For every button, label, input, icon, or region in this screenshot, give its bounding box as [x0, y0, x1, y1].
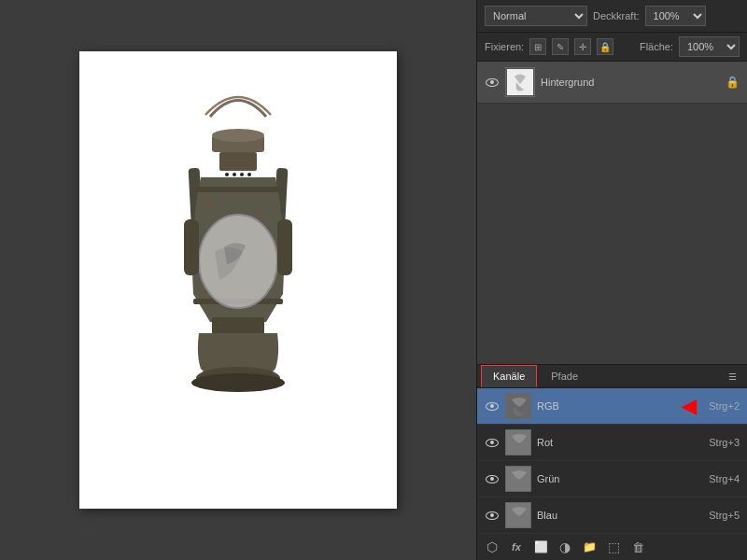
channel-rgb-visibility[interactable] — [485, 399, 500, 413]
channel-blau-visibility[interactable] — [485, 508, 500, 523]
channel-gruen-visibility[interactable] — [485, 471, 500, 486]
fill-label: Fläche: — [640, 41, 673, 52]
channel-blau-name: Blau — [537, 510, 703, 521]
new-channel-btn[interactable]: ◑ — [556, 538, 574, 556]
lock-brush-btn[interactable]: ✎ — [552, 38, 569, 55]
svg-point-16 — [191, 373, 285, 392]
svg-point-6 — [240, 173, 244, 176]
eye-icon — [486, 511, 499, 520]
svg-rect-14 — [212, 317, 264, 334]
eye-icon — [486, 402, 499, 411]
layer-blend-row: Normal Deckkraft: 100% — [477, 0, 747, 33]
layer-thumbnail — [505, 67, 535, 97]
svg-point-5 — [233, 173, 236, 176]
canvas-area — [0, 0, 476, 560]
channel-blau[interactable]: Blau Strg+5 — [477, 497, 747, 534]
channel-to-selection-btn[interactable]: ⬡ — [483, 538, 501, 556]
channel-toolbar: ⬡ fx ⬜ ◑ 📁 ⬚ 🗑 — [477, 534, 747, 560]
channel-blau-thumb — [505, 502, 531, 528]
layers-panel: Hintergrund 🔒 — [477, 62, 747, 364]
channel-gruen-thumb — [505, 466, 531, 492]
opacity-select[interactable]: 100% — [645, 6, 706, 26]
channel-rgb-thumb — [505, 393, 531, 419]
new-channel-add-btn[interactable]: ⬚ — [604, 538, 623, 556]
channel-rot-name: Rot — [537, 437, 703, 448]
lock-icon: 🔒 — [726, 76, 740, 89]
fill-select[interactable]: 100% — [679, 36, 740, 57]
delete-channel-btn[interactable]: 🗑 — [628, 538, 647, 556]
tab-kanale[interactable]: Kanäle — [481, 365, 537, 387]
svg-rect-18 — [277, 219, 292, 275]
layer-hintergrund[interactable]: Hintergrund 🔒 — [477, 62, 747, 104]
tab-icons: ☰ — [721, 367, 743, 385]
channels-list: RGB ◀ Strg+2 Rot Strg+3 — [477, 388, 747, 534]
channel-rot-visibility[interactable] — [485, 435, 500, 450]
channel-blau-shortcut: Strg+5 — [709, 510, 740, 521]
svg-point-2 — [212, 129, 264, 142]
eye-icon — [486, 439, 499, 447]
lock-move-btn[interactable]: ✛ — [574, 38, 591, 55]
eye-icon — [486, 78, 499, 87]
svg-point-7 — [247, 173, 251, 176]
channel-gruen[interactable]: Grün Strg+4 — [477, 461, 747, 497]
channel-group-btn[interactable]: 📁 — [580, 538, 599, 556]
visibility-toggle[interactable] — [485, 75, 500, 90]
svg-rect-10 — [194, 187, 282, 192]
tab-pfade[interactable]: Pfade — [539, 365, 590, 387]
new-channel-fill-btn[interactable]: ⬜ — [531, 538, 550, 556]
svg-rect-17 — [184, 219, 199, 275]
panel-menu-btn[interactable]: ☰ — [725, 369, 740, 384]
channel-gruen-name: Grün — [537, 473, 703, 484]
svg-point-4 — [225, 173, 229, 176]
channel-rot-shortcut: Strg+3 — [709, 437, 740, 448]
opacity-label: Deckkraft: — [593, 10, 640, 21]
fx-btn[interactable]: fx — [507, 538, 526, 556]
fix-label: Fixieren: — [485, 41, 524, 52]
fix-row: Fixieren: ⊞ ✎ ✛ 🔒 Fläche: 100% — [477, 33, 747, 62]
channel-rot-thumb — [505, 429, 531, 455]
channel-rgb[interactable]: RGB ◀ Strg+2 — [477, 388, 747, 425]
canvas-wrapper — [79, 51, 397, 509]
right-panel: Normal Deckkraft: 100% Fixieren: ⊞ ✎ ✛ 🔒… — [476, 0, 747, 560]
arrow-indicator: ◀ — [682, 395, 696, 417]
blend-mode-select[interactable]: Normal — [485, 6, 587, 26]
lock-all-btn[interactable]: 🔒 — [597, 38, 613, 55]
eye-icon — [486, 475, 499, 483]
tabs-bar: Kanäle Pfade ☰ — [477, 365, 747, 388]
channel-rgb-shortcut: Strg+2 — [709, 400, 740, 412]
channel-rot[interactable]: Rot Strg+3 — [477, 425, 747, 461]
channel-gruen-shortcut: Strg+4 — [709, 473, 740, 484]
bottom-panel: Kanäle Pfade ☰ — [477, 364, 747, 560]
svg-rect-3 — [219, 152, 257, 171]
lantern-image — [117, 70, 359, 490]
layer-name: Hintergrund — [541, 77, 720, 88]
channel-rgb-name: RGB — [537, 400, 676, 412]
lock-position-btn[interactable]: ⊞ — [529, 38, 546, 55]
